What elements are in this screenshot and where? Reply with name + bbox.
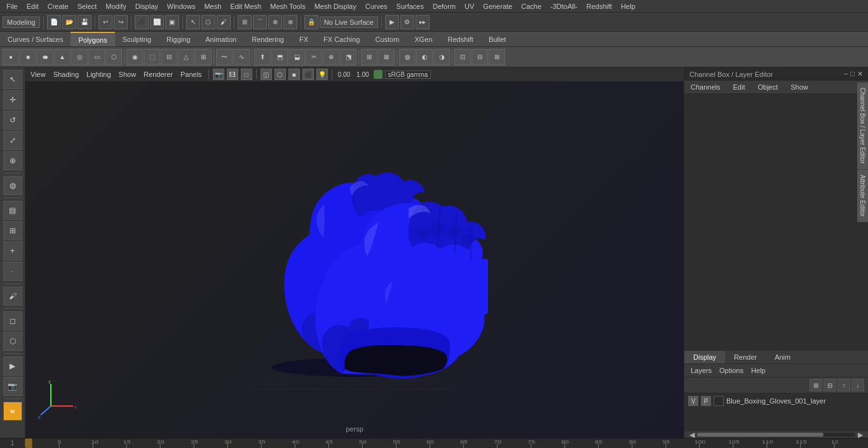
viewport[interactable]: View Shading Lighting Show Renderer Pane… xyxy=(25,67,684,438)
display-settings-lt[interactable]: ▤ xyxy=(3,201,22,220)
cone-btn[interactable]: ▲ xyxy=(54,49,71,65)
new-scene-btn[interactable]: 📄 xyxy=(47,15,61,29)
redo-btn[interactable]: ↪ xyxy=(114,15,128,29)
fill-hole-btn[interactable]: ⬔ xyxy=(340,49,356,65)
soft-select-btn[interactable]: ◍ xyxy=(399,49,416,65)
vp-texture-btn[interactable]: ⬛ xyxy=(302,69,314,80)
menu-surfaces[interactable]: Surfaces xyxy=(393,1,428,11)
vp-renderer-menu[interactable]: Renderer xyxy=(141,71,175,78)
select-tool-lt[interactable]: ↖ xyxy=(3,70,22,89)
tab-sculpting[interactable]: Sculpting xyxy=(115,32,159,46)
separate-btn[interactable]: ⊠ xyxy=(378,49,395,65)
layer-move-up-btn[interactable]: ↑ xyxy=(837,379,850,391)
undo-btn[interactable]: ↩ xyxy=(98,15,112,29)
sphere-btn[interactable]: ● xyxy=(3,49,19,65)
render-settings-btn[interactable]: ⚙ xyxy=(400,15,414,29)
live-surface-dropdown[interactable]: No Live Surface xyxy=(320,17,378,28)
proportional-btn[interactable]: ◐ xyxy=(416,49,433,65)
layer-scrollbar[interactable]: ◀ ▶ xyxy=(684,431,868,438)
camera-lt[interactable]: 📷 xyxy=(3,377,22,396)
snap-grid-btn[interactable]: ⊞ xyxy=(238,15,252,29)
tab-redshift[interactable]: Redshift xyxy=(440,32,481,46)
vp-wireframe-btn[interactable]: ⬡ xyxy=(275,69,286,80)
vp-view-menu[interactable]: View xyxy=(28,71,48,78)
scroll-track[interactable] xyxy=(697,433,855,437)
menu-deform[interactable]: Deform xyxy=(429,1,459,11)
snap-settings-lt[interactable]: ⊞ xyxy=(3,221,22,240)
universal-manipulator-lt[interactable]: ⊕ xyxy=(3,151,22,170)
render-batch-btn[interactable]: ▸▸ xyxy=(416,15,430,29)
menu-select[interactable]: Select xyxy=(74,1,101,11)
menu-create[interactable]: Create xyxy=(44,1,72,11)
quick-sel-lt[interactable]: ◻ xyxy=(3,311,22,330)
help-menu-item[interactable]: Help xyxy=(749,366,768,375)
curve-tool-btn[interactable]: 〜 xyxy=(216,49,233,65)
tab-render[interactable]: Render xyxy=(725,351,766,363)
subdiv-cylinder-btn[interactable]: ⊟ xyxy=(161,49,177,65)
multi-cut-btn[interactable]: ✂ xyxy=(306,49,322,65)
options-menu-item[interactable]: Options xyxy=(717,366,746,375)
vertex-lt[interactable]: · xyxy=(3,262,22,281)
tab-animation[interactable]: Animation xyxy=(198,32,244,46)
menu-modify[interactable]: Modify xyxy=(102,1,130,11)
connect-btn[interactable]: ⊕ xyxy=(323,49,339,65)
ch-tab-show[interactable]: Show xyxy=(784,81,815,93)
save-scene-btn[interactable]: 💾 xyxy=(78,15,92,29)
tab-display[interactable]: Display xyxy=(684,351,725,363)
lasso-lt[interactable]: ⬡ xyxy=(3,332,22,351)
open-scene-btn[interactable]: 📂 xyxy=(62,15,76,29)
menu-mesh-tools[interactable]: Mesh Tools xyxy=(266,1,309,11)
move-tool-lt[interactable]: ✛ xyxy=(3,90,22,109)
vp-shaded-btn[interactable]: ■ xyxy=(288,69,300,80)
snap-curve-btn[interactable]: ⌒ xyxy=(253,15,267,29)
layer-visibility-btn[interactable]: V xyxy=(688,396,698,406)
unwrap-btn[interactable]: ⊞ xyxy=(489,49,505,65)
tab-custom[interactable]: Custom xyxy=(368,32,407,46)
live-surface-lock-btn[interactable]: 🔒 xyxy=(304,15,318,29)
combine-btn[interactable]: ⊞ xyxy=(361,49,377,65)
ch-tab-channels[interactable]: Channels xyxy=(684,81,726,93)
snap-point-btn[interactable]: ⊕ xyxy=(268,15,282,29)
vp-shading-menu[interactable]: Shading xyxy=(51,71,81,78)
torus-btn[interactable]: ◎ xyxy=(71,49,88,65)
tab-rigging[interactable]: Rigging xyxy=(159,32,198,46)
tab-fx[interactable]: FX xyxy=(292,32,316,46)
soft-select-lt[interactable]: ◍ xyxy=(3,176,22,195)
timeline-ruler[interactable]: 1 5 10 15 20 25 30 35 40 45 xyxy=(0,438,868,448)
uv-editor-btn[interactable]: ⊡ xyxy=(454,49,471,65)
channel-box-maximize-btn[interactable]: □ xyxy=(850,70,855,78)
menu-redshift[interactable]: Redshift xyxy=(583,1,616,11)
select-by-hierarchy-btn[interactable]: ⬛ xyxy=(135,15,149,29)
vp-show-menu[interactable]: Show xyxy=(116,71,139,78)
menu-mesh[interactable]: Mesh xyxy=(200,1,225,11)
menu-edit-mesh[interactable]: Edit Mesh xyxy=(226,1,265,11)
menu-generate[interactable]: Generate xyxy=(479,1,516,11)
tab-anim[interactable]: Anim xyxy=(766,351,799,363)
vp-light-btn[interactable]: 💡 xyxy=(316,69,328,80)
snap-view-btn[interactable]: ⊗ xyxy=(283,15,297,29)
mode-dropdown[interactable]: Modeling xyxy=(3,17,40,28)
layer-playback-btn[interactable]: P xyxy=(701,396,711,406)
select-by-component-btn[interactable]: ⬜ xyxy=(150,15,164,29)
attribute-editor-edge-tab[interactable]: Attribute Editor xyxy=(857,170,868,222)
vp-persp-icon[interactable]: □ xyxy=(241,69,252,80)
render-current-btn[interactable]: ▶ xyxy=(385,15,399,29)
curve-ep-btn[interactable]: ∿ xyxy=(233,49,250,65)
channel-box-edge-tab[interactable]: Channel Box / Layer Editor xyxy=(857,83,868,170)
subdiv-plane-btn[interactable]: ⊞ xyxy=(195,49,212,65)
menu-curves[interactable]: Curves xyxy=(362,1,391,11)
subdiv-cube-btn[interactable]: ⬚ xyxy=(144,49,160,65)
menu-cache[interactable]: Cache xyxy=(517,1,545,11)
rotate-tool-lt[interactable]: ↺ xyxy=(3,111,22,130)
symmetry-btn[interactable]: ◑ xyxy=(433,49,450,65)
channel-box-minimize-btn[interactable]: − xyxy=(844,70,848,78)
tab-polygons[interactable]: Polygons xyxy=(71,32,114,46)
tab-curves-surfaces[interactable]: Curves / Surfaces xyxy=(0,32,71,46)
channel-box-close-btn[interactable]: ✕ xyxy=(857,70,863,78)
menu-3dtoall[interactable]: -3DtoAll- xyxy=(546,1,581,11)
lasso-btn[interactable]: ⬡ xyxy=(201,15,215,29)
ch-tab-edit[interactable]: Edit xyxy=(726,81,751,93)
subdiv-sphere-btn[interactable]: ◉ xyxy=(126,49,143,65)
menu-edit[interactable]: Edit xyxy=(23,1,43,11)
bridge-btn[interactable]: ⬒ xyxy=(271,49,288,65)
